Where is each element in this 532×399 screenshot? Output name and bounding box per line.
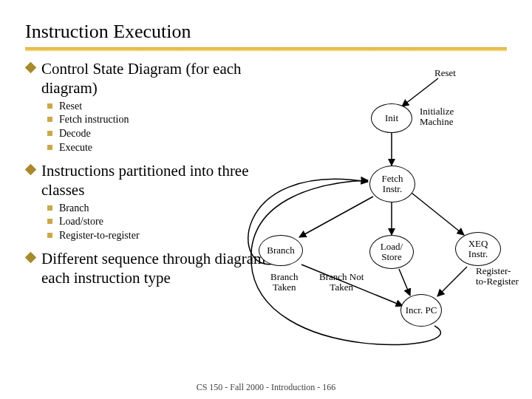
slide-title: Instruction Execution [25, 21, 507, 43]
node-incr-pc: Incr. PC [400, 294, 442, 327]
sub-item: Execute [25, 141, 507, 155]
sub-item: Reset [25, 100, 507, 114]
slide: Instruction Execution Control State Diag… [0, 0, 532, 399]
bullet-2: Instructions partitioned into three clas… [25, 161, 291, 200]
title-rule [25, 47, 507, 52]
footer: CS 150 - Fall 2000 - Introduction - 166 [0, 382, 532, 393]
bullet-2-sub: Branch Load/store Register-to-register [25, 202, 507, 244]
sub-item: Decode [25, 127, 507, 141]
sub-item: Branch [25, 202, 507, 216]
bullet-1-sub: Reset Fetch instruction Decode Execute [25, 100, 507, 156]
sub-item: Fetch instruction [25, 113, 507, 127]
bullet-1: Control State Diagram (for each diagram) [25, 59, 291, 98]
bullet-3: Different sequence through diagram for e… [25, 249, 291, 288]
content-area: Control State Diagram (for each diagram)… [25, 59, 507, 288]
sub-item: Load/store [25, 215, 507, 229]
sub-item: Register-to-register [25, 229, 507, 243]
